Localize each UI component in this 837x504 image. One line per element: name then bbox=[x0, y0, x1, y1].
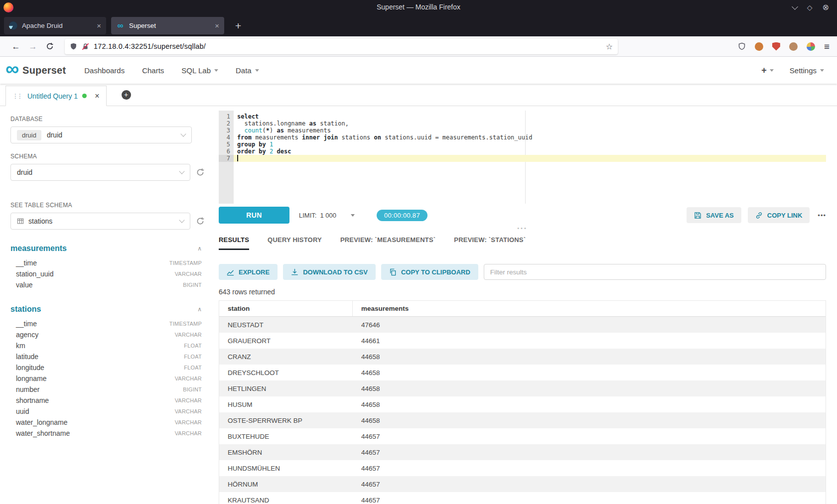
sql-editor[interactable]: 1234567 select stations.longname as stat… bbox=[219, 111, 826, 204]
download-icon bbox=[291, 268, 298, 276]
browser-tab-apache-druid[interactable]: Apache Druid × bbox=[4, 17, 106, 34]
nav-dashboards[interactable]: Dashboards bbox=[84, 66, 125, 75]
window-shade-icon[interactable] bbox=[792, 3, 798, 10]
cell-measurements: 44657 bbox=[353, 444, 826, 460]
tab-preview-measurements[interactable]: PREVIEW: `MEASUREMENTS` bbox=[340, 236, 435, 249]
editor-line-number: 2 bbox=[219, 120, 234, 127]
superset-navbar: ∞ Superset Dashboards Charts SQL Lab Dat… bbox=[0, 57, 837, 84]
table-select[interactable]: stations bbox=[10, 213, 190, 230]
save-as-button[interactable]: SAVE AS bbox=[687, 207, 741, 223]
tab-preview-stations[interactable]: PREVIEW: `STATIONS` bbox=[454, 236, 526, 249]
reload-icon[interactable] bbox=[41, 42, 58, 50]
schema-select[interactable]: druid bbox=[10, 164, 190, 181]
tab-query-history[interactable]: QUERY HISTORY bbox=[268, 236, 322, 249]
bookmark-star-icon[interactable]: ☆ bbox=[606, 42, 613, 51]
window-float-icon[interactable]: ◇ bbox=[807, 4, 813, 11]
tab-drag-handle-icon[interactable]: ⋮⋮ bbox=[12, 93, 21, 100]
nav-charts[interactable]: Charts bbox=[142, 66, 164, 75]
url-text[interactable]: 172.18.0.4:32251/superset/sqllab/ bbox=[94, 42, 601, 50]
cell-station: OSTE-SPERRWERK BP bbox=[219, 412, 353, 428]
refresh-schema-icon[interactable] bbox=[196, 168, 205, 177]
tab-close-icon[interactable]: × bbox=[215, 21, 219, 30]
column-name: __time bbox=[16, 259, 37, 267]
collapse-icon[interactable]: ∧ bbox=[197, 306, 202, 313]
copy-link-button[interactable]: COPY LINK bbox=[748, 207, 810, 223]
explore-button[interactable]: EXPLORE bbox=[219, 264, 278, 280]
schema-table-name[interactable]: measurements bbox=[10, 244, 67, 253]
shield-icon[interactable] bbox=[70, 42, 77, 50]
run-button[interactable]: RUN bbox=[219, 207, 289, 224]
column-type: FLOAT bbox=[184, 354, 202, 360]
collapse-icon[interactable]: ∧ bbox=[197, 245, 202, 252]
column-name: km bbox=[16, 342, 25, 350]
column-name: latitude bbox=[16, 353, 38, 361]
schema-table-header[interactable]: measurements∧ bbox=[10, 244, 202, 253]
cell-measurements: 44657 bbox=[353, 460, 826, 476]
tab-results[interactable]: RESULTS bbox=[219, 236, 249, 250]
query-timer-badge: 00:00:00.87 bbox=[377, 210, 427, 221]
forward-button[interactable]: → bbox=[24, 42, 41, 51]
cell-measurements: 44657 bbox=[353, 428, 826, 444]
limit-control[interactable]: LIMIT: 1 000 bbox=[299, 212, 355, 219]
editor-pane: 1234567 select stations.longname as stat… bbox=[219, 106, 826, 504]
schema-column-row: valueBIGINT bbox=[10, 279, 202, 290]
download-csv-label: DOWNLOAD TO CSV bbox=[303, 268, 368, 276]
avatar-extension-icon[interactable] bbox=[789, 42, 798, 51]
nav-data-label: Data bbox=[236, 66, 252, 75]
save-as-label: SAVE AS bbox=[706, 212, 734, 219]
schema-column-row: shortnameVARCHAR bbox=[10, 395, 202, 406]
editor-line-number: 1 bbox=[219, 113, 234, 120]
table-schema-label: SEE TABLE SCHEMA bbox=[10, 202, 205, 209]
schema-column-row: water_longnameVARCHAR bbox=[10, 417, 202, 428]
column-header-station[interactable]: station bbox=[219, 301, 353, 316]
pane-splitter-handle[interactable]: ••• bbox=[219, 224, 826, 232]
copy-clipboard-label: COPY TO CLIPBOARD bbox=[401, 268, 470, 276]
column-type: TIMESTAMP bbox=[169, 260, 202, 266]
protection-badge-icon[interactable] bbox=[738, 42, 746, 50]
overflow-menu-button[interactable]: ••• bbox=[818, 212, 826, 219]
add-new-menu-button[interactable]: + bbox=[761, 65, 774, 76]
query-tab-close-icon[interactable]: × bbox=[95, 92, 99, 101]
pinwheel-extension-icon[interactable] bbox=[807, 42, 815, 51]
editor-code-line bbox=[234, 155, 826, 162]
url-bar[interactable]: 172.18.0.4:32251/superset/sqllab/ ☆ bbox=[65, 39, 618, 54]
tab-close-icon[interactable]: × bbox=[97, 21, 101, 30]
column-type: VARCHAR bbox=[175, 332, 202, 338]
download-csv-button[interactable]: DOWNLOAD TO CSV bbox=[283, 264, 376, 280]
cell-measurements: 44658 bbox=[353, 349, 826, 365]
schema-value: druid bbox=[17, 168, 180, 176]
editor-line-number: 7 bbox=[219, 155, 234, 162]
limit-label: LIMIT: bbox=[299, 212, 316, 219]
new-tab-button[interactable]: + bbox=[231, 20, 245, 32]
schema-table-name[interactable]: stations bbox=[10, 305, 41, 314]
superset-logo[interactable]: ∞ Superset bbox=[5, 64, 66, 76]
insecure-lock-icon[interactable] bbox=[82, 43, 89, 50]
window-title: Superset — Mozilla Firefox bbox=[377, 3, 460, 11]
filter-results-input[interactable] bbox=[484, 264, 826, 280]
editor-code-lines: select stations.longname as station, cou… bbox=[234, 111, 826, 204]
nav-data[interactable]: Data bbox=[236, 66, 259, 75]
ublock-extension-icon[interactable] bbox=[772, 42, 780, 51]
column-name: uuid bbox=[16, 407, 29, 415]
tampermonkey-extension-icon[interactable] bbox=[755, 42, 763, 51]
column-name: number bbox=[16, 385, 39, 393]
query-tab[interactable]: ⋮⋮ Untitled Query 1 × bbox=[5, 86, 107, 106]
refresh-table-icon[interactable] bbox=[196, 217, 205, 226]
copy-clipboard-button[interactable]: COPY TO CLIPBOARD bbox=[381, 264, 478, 280]
menu-icon[interactable]: ≡ bbox=[824, 42, 830, 51]
nav-right: + Settings bbox=[761, 65, 824, 76]
settings-menu[interactable]: Settings bbox=[790, 66, 824, 75]
editor-code-line: stations.longname as station, bbox=[237, 120, 826, 127]
schema-table-header[interactable]: stations∧ bbox=[10, 305, 202, 314]
column-header-measurements[interactable]: measurements bbox=[353, 301, 826, 316]
query-tab-title[interactable]: Untitled Query 1 bbox=[27, 92, 78, 100]
back-button[interactable]: ← bbox=[7, 42, 24, 51]
superset-favicon: ∞ bbox=[116, 21, 125, 30]
nav-sql-lab[interactable]: SQL Lab bbox=[181, 66, 218, 75]
database-select[interactable]: druid druid bbox=[10, 126, 192, 143]
window-close-icon[interactable]: ⊗ bbox=[823, 3, 829, 11]
limit-caret-icon bbox=[351, 214, 355, 217]
add-query-tab-button[interactable]: + bbox=[122, 90, 131, 100]
browser-tab-superset[interactable]: ∞ Superset × bbox=[111, 17, 224, 34]
chevron-down-icon bbox=[255, 69, 259, 72]
